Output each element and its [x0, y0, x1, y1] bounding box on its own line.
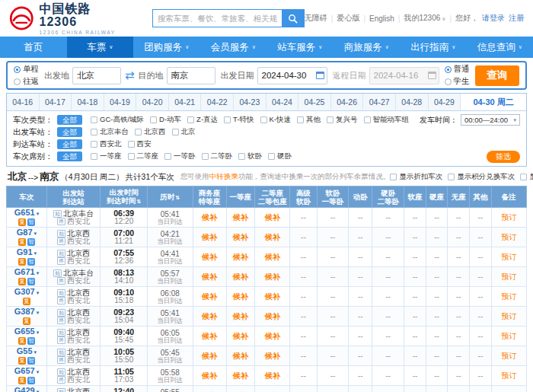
seat-availability-cell[interactable]: 候补 — [193, 208, 226, 228]
filter-option[interactable]: 二等座 — [128, 151, 159, 161]
filter-option[interactable]: 西安北 — [91, 139, 122, 149]
train-number-link[interactable]: G651▾ — [7, 209, 46, 218]
checkbox-icon[interactable] — [91, 129, 97, 135]
filter-option[interactable]: 二等卧 — [202, 151, 233, 161]
seat-availability-cell[interactable]: 候补 — [255, 327, 290, 346]
checkbox-icon[interactable] — [150, 116, 157, 123]
checkbox-icon[interactable] — [448, 174, 455, 180]
checkbox-icon[interactable] — [327, 116, 334, 123]
seat-availability-cell[interactable]: 候补 — [193, 307, 226, 327]
book-link[interactable]: 预订 — [501, 352, 516, 360]
filter-option[interactable]: 复兴号 — [327, 115, 358, 125]
depart-time-select[interactable]: 00:00—24:00▾ — [461, 114, 520, 126]
filter-option[interactable]: 西安 — [128, 139, 152, 149]
seat-availability-cell[interactable]: 候补 — [226, 228, 254, 247]
train-number-link[interactable]: G91▾ — [7, 248, 46, 257]
seat-availability-cell[interactable]: 候补 — [226, 287, 254, 307]
expand-caret-icon[interactable]: ▾ — [37, 369, 40, 374]
seat-availability-cell[interactable]: 候补 — [193, 228, 226, 247]
date-tab[interactable]: 04-26 — [331, 94, 364, 110]
date-tab[interactable]: 04-19 — [104, 94, 137, 110]
date-tab[interactable]: 04-16 — [7, 94, 40, 110]
filter-option[interactable]: T-特快 — [224, 115, 254, 125]
seat-availability-cell[interactable]: 候补 — [226, 307, 254, 327]
seat-availability-cell[interactable]: 候补 — [255, 267, 290, 287]
date-tab[interactable]: 04-24 — [266, 94, 299, 110]
nav-item[interactable]: 车票∨ — [67, 37, 134, 58]
nav-item[interactable]: 站车服务∨ — [266, 37, 334, 58]
expand-caret-icon[interactable]: ▾ — [34, 231, 37, 236]
filter-all-button[interactable]: 全部 — [57, 115, 82, 125]
seat-availability-cell[interactable]: 候补 — [255, 366, 290, 386]
seat-availability-cell[interactable]: 候补 — [255, 386, 290, 392]
book-link[interactable]: 预订 — [501, 312, 516, 320]
filter-all-button[interactable]: 全部 — [57, 151, 82, 161]
expand-caret-icon[interactable]: ▾ — [37, 270, 40, 276]
checkbox-icon[interactable] — [187, 116, 194, 123]
filter-all-button[interactable]: 全部 — [57, 127, 82, 137]
date-tab[interactable]: 04-25 — [298, 94, 331, 110]
date-tab[interactable]: 04-29 — [429, 94, 461, 110]
seat-availability-cell[interactable]: 候补 — [193, 247, 226, 267]
seat-availability-cell[interactable]: 候补 — [193, 346, 226, 366]
expand-caret-icon[interactable]: ▾ — [34, 349, 37, 355]
seat-availability-cell[interactable]: 候补 — [255, 228, 290, 247]
filter-option[interactable]: 一等卧 — [164, 151, 196, 161]
expand-caret-icon[interactable]: ▾ — [37, 310, 40, 315]
display-filter-checkbox[interactable]: 显示全部可预订车次 — [520, 172, 533, 182]
expand-caret-icon[interactable]: ▾ — [37, 290, 40, 295]
nav-item[interactable]: 信息查询∨ — [467, 37, 533, 58]
seat-availability-cell[interactable]: 候补 — [226, 208, 254, 228]
seat-availability-cell[interactable]: 候补 — [255, 287, 290, 307]
link-english[interactable]: English — [369, 14, 394, 23]
nav-item[interactable]: 出行指南∨ — [400, 37, 467, 58]
train-number-link[interactable]: G55▾ — [7, 347, 46, 356]
checkbox-icon[interactable] — [520, 174, 527, 180]
book-link[interactable]: 预订 — [501, 233, 516, 241]
train-number-link[interactable]: G429▾ — [7, 387, 46, 392]
filter-option[interactable]: D-动车 — [150, 115, 181, 125]
book-link[interactable]: 预订 — [501, 213, 516, 221]
display-filter-checkbox[interactable]: 显示积分兑换车次 — [448, 172, 515, 182]
seat-availability-cell[interactable]: 候补 — [255, 307, 290, 327]
filter-option[interactable]: 一等座 — [91, 151, 122, 161]
expand-caret-icon[interactable]: ▾ — [37, 211, 40, 216]
seat-availability-cell[interactable]: 候补 — [193, 386, 226, 392]
train-number-link[interactable]: G671▾ — [7, 268, 46, 277]
seat-availability-cell[interactable]: 候补 — [193, 366, 226, 386]
transfer-link[interactable]: 中转换乘 — [209, 172, 238, 180]
passenger-student-radio[interactable]: 学生 — [445, 76, 470, 87]
filter-submit-button[interactable]: 筛选 — [487, 151, 520, 163]
calendar-icon[interactable] — [316, 72, 324, 79]
checkbox-icon[interactable] — [364, 116, 371, 123]
checkbox-icon[interactable] — [164, 153, 171, 160]
link-accessibility[interactable]: 无障碍 — [305, 13, 327, 24]
filter-option[interactable]: 北京西 — [135, 127, 166, 137]
date-tab[interactable]: 04-18 — [72, 94, 104, 110]
seat-availability-cell[interactable]: 候补 — [193, 327, 226, 346]
expand-caret-icon[interactable]: ▾ — [34, 250, 37, 256]
train-number-link[interactable]: G87▾ — [7, 228, 46, 237]
filter-option[interactable]: 北京丰台 — [91, 127, 129, 137]
checkbox-icon[interactable] — [202, 153, 209, 160]
checkbox-icon[interactable] — [135, 129, 142, 135]
search-input[interactable] — [152, 9, 282, 27]
checkbox-icon[interactable] — [260, 116, 267, 123]
train-number-link[interactable]: G655▾ — [7, 327, 46, 336]
nav-item[interactable]: 商旅服务∨ — [334, 37, 401, 58]
date-tab[interactable]: 04-27 — [363, 94, 396, 110]
train-number-link[interactable]: G307▾ — [7, 288, 46, 297]
date-tab[interactable]: 04-28 — [396, 94, 429, 110]
trip-roundtrip-radio[interactable]: 往返 — [14, 76, 39, 87]
seat-availability-cell[interactable]: 候补 — [226, 327, 254, 346]
query-button[interactable]: 查询 — [475, 65, 519, 86]
seat-availability-cell[interactable]: 候补 — [226, 346, 254, 366]
book-link[interactable]: 预订 — [501, 292, 516, 301]
date-tab-active[interactable]: 04-30 周二 — [461, 94, 526, 110]
train-number-link[interactable]: G657▾ — [7, 367, 46, 376]
from-input[interactable] — [72, 67, 121, 84]
seat-availability-cell[interactable]: 候补 — [226, 386, 254, 392]
checkbox-icon[interactable] — [91, 141, 97, 148]
filter-option[interactable]: 北京 — [172, 127, 196, 137]
nav-item[interactable]: 团购服务∨ — [133, 37, 200, 58]
